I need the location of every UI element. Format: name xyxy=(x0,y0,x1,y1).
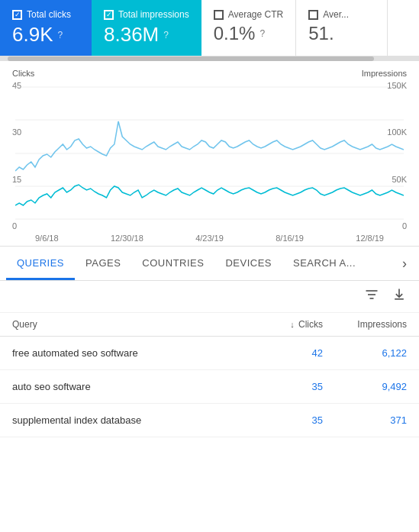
tab-search-appearance[interactable]: SEARCH A... xyxy=(282,247,366,280)
ctr-help-icon[interactable]: ? xyxy=(259,28,265,39)
table-row[interactable]: supplemental index database 35 371 xyxy=(0,404,419,437)
impressions-value: 8.36M xyxy=(104,23,159,47)
metric-average-ctr[interactable]: Average CTR 0.1% ? xyxy=(201,0,296,56)
metrics-bar: Total clicks 6.9K ? Total impressions 8.… xyxy=(0,0,419,56)
metric-impressions-header: Total impressions xyxy=(104,9,189,20)
col-header-query: Query xyxy=(12,319,247,330)
chart-svg-container xyxy=(15,79,404,232)
table-toolbar xyxy=(0,281,419,313)
cell-clicks-3: 35 xyxy=(247,414,323,426)
ctr-checkbox[interactable] xyxy=(214,10,224,20)
data-table: Query ↓ Clicks Impressions free automate… xyxy=(0,313,419,437)
impressions-help-icon[interactable]: ? xyxy=(163,30,169,40)
table-row[interactable]: auto seo software 35 9,492 xyxy=(0,370,419,404)
clicks-help-icon[interactable]: ? xyxy=(58,30,63,40)
col-header-clicks: ↓ Clicks xyxy=(247,319,323,330)
tab-countries[interactable]: COUNTRIES xyxy=(131,247,214,280)
y-right-tick-100k: 100K xyxy=(387,127,407,137)
metric-total-clicks[interactable]: Total clicks 6.9K ? xyxy=(0,0,92,56)
tab-pages[interactable]: PAGES xyxy=(75,247,131,280)
x-tick-5: 12/8/19 xyxy=(356,234,384,243)
cell-query-2: auto seo software xyxy=(12,381,247,392)
y-right-label: Impressions xyxy=(362,69,407,78)
position-checkbox[interactable] xyxy=(308,10,318,20)
download-icon[interactable] xyxy=(392,287,407,306)
clicks-value-container: 6.9K ? xyxy=(12,23,79,47)
cell-impressions-2: 9,492 xyxy=(323,381,407,392)
y-right-tick-150k: 150K xyxy=(387,81,407,90)
clicks-label: Total clicks xyxy=(27,9,71,20)
sort-arrow-icon: ↓ xyxy=(290,320,295,329)
x-tick-4: 8/16/19 xyxy=(276,234,304,243)
impressions-label: Total impressions xyxy=(118,9,189,20)
x-tick-2: 12/30/18 xyxy=(111,234,143,243)
clicks-checkbox[interactable] xyxy=(12,10,22,20)
position-label: Aver... xyxy=(323,9,349,20)
impressions-value-container: 8.36M ? xyxy=(104,23,189,47)
filter-icon[interactable] xyxy=(364,287,379,306)
tab-more-button[interactable]: › xyxy=(396,250,413,278)
y-right-tick-50k: 50K xyxy=(392,175,407,184)
chart-area: Clicks Impressions 45 30 15 0 xyxy=(0,61,419,247)
y-axis-right: 150K 100K 50K 0 xyxy=(384,79,407,232)
ctr-label: Average CTR xyxy=(228,9,283,20)
cell-clicks-2: 35 xyxy=(247,381,323,392)
x-tick-1: 9/6/18 xyxy=(35,234,59,243)
ctr-value-container: 0.1% ? xyxy=(214,23,283,44)
x-tick-3: 4/23/19 xyxy=(195,234,224,243)
cell-clicks-1: 42 xyxy=(247,347,323,359)
cell-impressions-3: 371 xyxy=(323,414,407,426)
metric-average-position[interactable]: Aver... 51. xyxy=(296,0,388,56)
tab-devices[interactable]: DEVICES xyxy=(214,247,282,280)
position-value: 51. xyxy=(308,23,334,44)
impressions-checkbox[interactable] xyxy=(104,10,114,20)
cell-impressions-1: 6,122 xyxy=(323,347,407,359)
table-header: Query ↓ Clicks Impressions xyxy=(0,313,419,337)
y-left-label: Clicks xyxy=(12,69,34,78)
cell-query-1: free automated seo software xyxy=(12,347,247,359)
tabs-bar: QUERIES PAGES COUNTRIES DEVICES SEARCH A… xyxy=(0,247,419,281)
y-right-tick-0: 0 xyxy=(402,221,407,231)
cell-query-3: supplemental index database xyxy=(12,414,247,426)
col-clicks-label: Clicks xyxy=(298,319,323,330)
x-axis: 9/6/18 12/30/18 4/23/19 8/16/19 12/8/19 xyxy=(12,234,407,243)
col-header-impressions: Impressions xyxy=(323,319,407,330)
table-row[interactable]: free automated seo software 42 6,122 xyxy=(0,337,419,370)
tab-queries[interactable]: QUERIES xyxy=(6,247,75,280)
chart-axis-labels: Clicks Impressions xyxy=(12,69,407,78)
metric-total-impressions[interactable]: Total impressions 8.36M ? xyxy=(92,0,201,56)
ctr-value: 0.1% xyxy=(214,23,256,44)
metric-clicks-header: Total clicks xyxy=(12,9,79,20)
clicks-value: 6.9K xyxy=(12,23,53,47)
position-value-container: 51. xyxy=(308,23,375,44)
metric-ctr-header: Average CTR xyxy=(214,9,283,20)
metric-position-header: Aver... xyxy=(308,9,375,20)
